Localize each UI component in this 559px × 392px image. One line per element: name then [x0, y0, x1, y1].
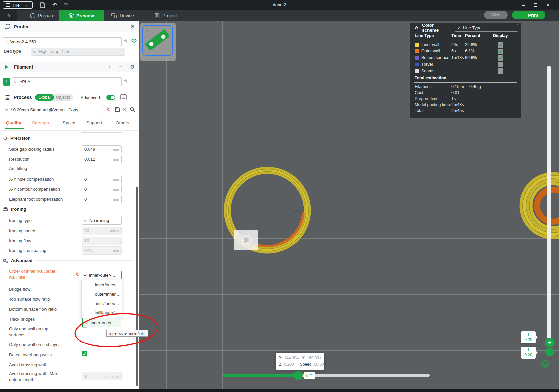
- dropdown-option-selected[interactable]: inner-outer...: [82, 318, 121, 327]
- chevron-down-icon: [84, 219, 87, 221]
- close-button[interactable]: ×: [545, 2, 551, 8]
- filament-edit-icon[interactable]: ✎: [124, 79, 128, 84]
- redo-icon[interactable]: ↷: [63, 2, 69, 8]
- tab-prepare[interactable]: Prepare: [30, 10, 55, 21]
- setting-label: Bridge flow: [9, 286, 30, 292]
- setting-label: Resolution: [9, 156, 29, 162]
- ironing-type-select[interactable]: No ironing: [82, 216, 122, 225]
- display-checkbox-checked[interactable]: [498, 42, 503, 48]
- printer-connection-wifi-icon[interactable]: [131, 38, 137, 44]
- xy-hole-compensation-input[interactable]: 0mm: [82, 175, 122, 183]
- printer-name: Voron2.4 350: [10, 39, 36, 44]
- tab-others[interactable]: Others: [116, 120, 129, 125]
- dropdown-option[interactable]: inner/outer...: [82, 280, 122, 290]
- dropdown-option[interactable]: infill/outer/i...: [82, 308, 122, 318]
- only-one-wall-top-checkbox[interactable]: [82, 327, 87, 333]
- display-checkbox-checked[interactable]: [498, 55, 503, 61]
- tab-speed[interactable]: Speed: [63, 120, 75, 125]
- print-dropdown-chevron[interactable]: [512, 12, 521, 18]
- avoid-crossing-wall-checkbox[interactable]: [82, 361, 87, 366]
- filament-select[interactable]: ePLA: [12, 77, 122, 86]
- dropdown-option[interactable]: outer/inner...: [82, 290, 122, 299]
- tab-device[interactable]: Device: [111, 10, 134, 21]
- chevron-down-icon: [457, 26, 460, 29]
- filament-settings-gear-icon[interactable]: ⚙: [130, 64, 135, 70]
- save-project-icon[interactable]: [40, 2, 45, 8]
- file-menu-button[interactable]: File: [3, 1, 33, 9]
- scope-global[interactable]: Global: [35, 94, 54, 101]
- layer-slider-track[interactable]: [547, 66, 551, 346]
- chevron-down-icon: [33, 50, 36, 53]
- parameter-list-icon[interactable]: [120, 94, 127, 100]
- display-checkbox-checked[interactable]: [498, 49, 503, 54]
- add-filament-icon[interactable]: +: [108, 64, 111, 70]
- move-slider-handle[interactable]: [294, 371, 303, 380]
- revert-setting-icon[interactable]: ↻: [76, 271, 80, 277]
- elephant-foot-compensation-input[interactable]: 0mm: [82, 195, 122, 203]
- detect-overhang-walls-checkbox[interactable]: [82, 351, 87, 356]
- reset-preset-icon[interactable]: ↻: [107, 106, 111, 112]
- process-preset-select[interactable]: * 0.20mm Standard @Voron - Copy: [3, 105, 103, 114]
- save-preset-icon[interactable]: [115, 107, 120, 112]
- chevron-down-icon: [26, 3, 29, 6]
- minimize-button[interactable]: [520, 2, 526, 8]
- wall-order-combo[interactable]: inner-outer-...: [82, 271, 122, 279]
- scope-objects[interactable]: Objects: [54, 94, 73, 101]
- device-icon: [111, 13, 117, 18]
- print-button[interactable]: Print: [521, 13, 545, 18]
- setting-label: Only one wall on top: [9, 326, 48, 332]
- remove-filament-icon[interactable]: −: [119, 64, 122, 70]
- slice-gap-input[interactable]: 0.049mm: [82, 145, 122, 153]
- process-scope-toggle[interactable]: Global Objects: [35, 94, 73, 101]
- printer-settings-gear-icon[interactable]: ⚙: [130, 24, 135, 29]
- chevron-down-icon: [14, 80, 17, 83]
- plate-thumbnail[interactable]: 1: [140, 23, 176, 61]
- delete-preset-icon[interactable]: [123, 107, 127, 112]
- layer-slider-handle[interactable]: [545, 348, 554, 356]
- slice-button[interactable]: Slice: [484, 11, 508, 19]
- ironing-line-spacing-input[interactable]: 0.15mm: [82, 246, 122, 255]
- tab-support[interactable]: Support: [86, 120, 102, 125]
- file-menu-label: File: [13, 3, 20, 8]
- color-scheme-mode-select[interactable]: Line Type: [455, 24, 518, 32]
- xy-contour-compensation-input[interactable]: 0mm: [82, 185, 122, 193]
- display-checkbox-unchecked[interactable]: [498, 68, 503, 74]
- print-button-group[interactable]: Print: [512, 11, 545, 19]
- main-nav-bar: ⌂ Prepare Preview Device: [0, 10, 559, 21]
- section-title: Filament: [14, 64, 33, 70]
- resolution-input[interactable]: 0.012mm: [82, 155, 122, 163]
- tab-project[interactable]: Project: [155, 10, 177, 21]
- advanced-toggle[interactable]: [106, 95, 115, 100]
- tab-strength[interactable]: Strength: [32, 120, 49, 125]
- collapse-icon[interactable]: [414, 25, 419, 30]
- advanced-section-header: Advanced: [3, 258, 136, 263]
- advanced-label: Advanced: [81, 95, 100, 100]
- dropdown-option[interactable]: infill/inner/...: [82, 299, 122, 308]
- layer-slider-add-button[interactable]: +: [545, 338, 555, 347]
- maximize-button[interactable]: [533, 2, 539, 8]
- home-button[interactable]: ⌂: [0, 10, 17, 21]
- bed-type-select[interactable]: High Temp Plate: [31, 48, 125, 56]
- sidebar-scrollbar[interactable]: [136, 187, 138, 386]
- layers-view-icon[interactable]: [540, 360, 550, 368]
- wall-order-dropdown-list: inner/outer... outer/inner... infill/inn…: [81, 280, 122, 318]
- ironing-speed-input[interactable]: 30mm/s: [82, 227, 122, 235]
- table-row: Travel: [410, 61, 521, 68]
- printer-select[interactable]: Voron2.4 350: [3, 37, 122, 46]
- max-detour-length-input[interactable]: 0mm or %: [82, 372, 122, 380]
- process-icon: [5, 95, 10, 100]
- arc-fitting-checkbox[interactable]: [82, 165, 87, 170]
- printer-edit-icon[interactable]: ✎: [124, 39, 128, 44]
- filament-icon: [5, 64, 11, 70]
- tab-preview[interactable]: Preview: [59, 10, 104, 21]
- setting-label-modified: wall/infill: [9, 274, 25, 280]
- 3d-viewport[interactable]: 1 Color scheme Line Type Line Type: [139, 21, 559, 389]
- ironing-flow-input[interactable]: 10%: [82, 237, 122, 245]
- tab-quality[interactable]: Quality: [6, 120, 21, 125]
- search-icon[interactable]: [130, 107, 135, 112]
- display-checkbox-unchecked[interactable]: [498, 62, 503, 67]
- precision-section-header: Precision: [3, 136, 136, 141]
- color-scheme-mode-value: Line Type: [463, 25, 481, 30]
- only-one-wall-first-layer-checkbox[interactable]: [82, 341, 87, 346]
- undo-icon[interactable]: ↶: [51, 2, 58, 8]
